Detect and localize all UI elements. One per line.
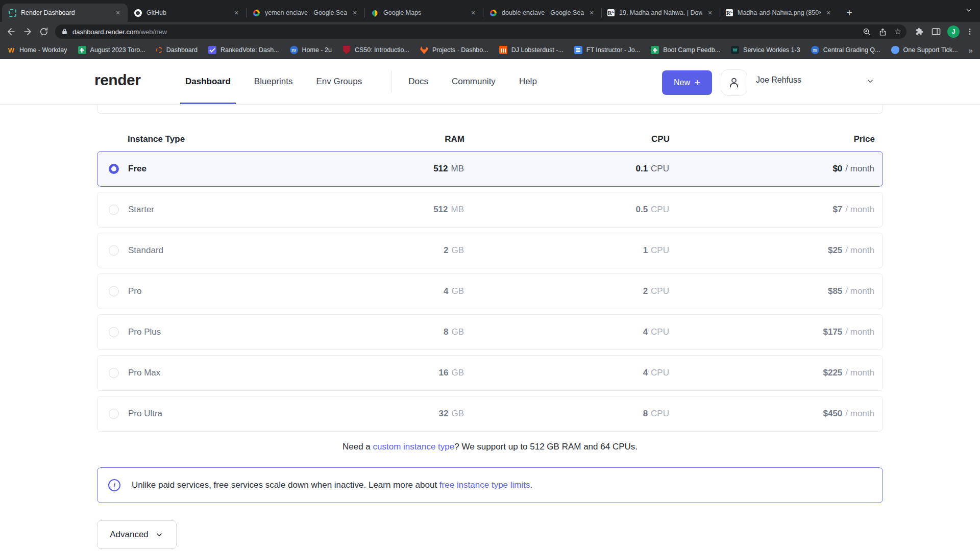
tab-render-dashboard[interactable]: Render Dashboard ×: [2, 4, 128, 22]
new-tab-button[interactable]: +: [842, 6, 856, 20]
price-cell: $175/ month: [823, 315, 874, 349]
instance-row-free[interactable]: Free 512MB 0.1CPU $0/ month: [97, 151, 883, 187]
user-avatar[interactable]: [721, 69, 747, 96]
nav-dashboard[interactable]: Dashboard: [180, 59, 236, 104]
tab-close-icon[interactable]: ×: [232, 8, 241, 17]
user-menu-chevron-icon[interactable]: [866, 77, 875, 86]
share-icon[interactable]: [878, 28, 887, 36]
bookmark-rankedvote[interactable]: RankedVote: Dash...: [208, 46, 279, 54]
tab-close-icon[interactable]: ×: [587, 8, 596, 17]
instance-row-starter[interactable]: Starter 512MB 0.5CPU $7/ month: [97, 192, 883, 228]
nav-blueprints[interactable]: Blueprints: [249, 59, 298, 104]
tab-yemen-enclave-search[interactable]: yemen enclave - Google Searc ×: [246, 4, 364, 22]
tab-google-maps[interactable]: Google Maps ×: [364, 4, 483, 22]
bookmark-service-workies[interactable]: WService Workies 1-3: [731, 46, 800, 54]
tab-close-icon[interactable]: ×: [824, 8, 833, 17]
bookmarks-overflow-chevron[interactable]: »: [969, 46, 973, 55]
bookmark-label: August 2023 Toro...: [90, 46, 145, 54]
custom-instance-type-link[interactable]: custom instance type: [373, 442, 455, 452]
price-cell: $225/ month: [823, 356, 874, 390]
bookmark-dj-lobsterdust[interactable]: DJ Lobsterdust -...: [499, 46, 564, 54]
instance-row-standard[interactable]: Standard 2GB 1CPU $25/ month: [97, 233, 883, 268]
tab-list-chevron-icon[interactable]: [965, 6, 973, 14]
url-path: /web/new: [139, 28, 167, 36]
nav-community[interactable]: Community: [447, 59, 501, 104]
tab-double-enclave-search[interactable]: double enclave - Google Searc ×: [483, 4, 601, 22]
info-icon: i: [108, 479, 120, 491]
reload-icon[interactable]: [39, 27, 49, 37]
new-button[interactable]: New +: [662, 70, 712, 95]
tab-close-icon[interactable]: ×: [113, 8, 122, 17]
tab-close-icon[interactable]: ×: [469, 8, 478, 17]
ram-cell: 4GB: [444, 274, 464, 309]
bookmark-label: Dashboard: [166, 46, 198, 54]
zoom-icon[interactable]: [863, 28, 871, 36]
main-nav: Dashboard Blueprints Env Groups Docs Com…: [180, 59, 555, 104]
tab-github[interactable]: GitHub ×: [128, 4, 246, 22]
tab-madha-and-nahwa-png[interactable]: RG Madha-and-Nahwa.png (850× ×: [720, 4, 838, 22]
price-cell: $25/ month: [828, 233, 874, 268]
free-instance-limits-link[interactable]: free instance type limits: [439, 480, 530, 490]
bookmark-august-2023[interactable]: August 2023 Toro...: [78, 46, 145, 54]
bookmark-ft-instructor[interactable]: FT Instructor - Jo...: [574, 46, 640, 54]
bookmark-boot-camp-feedback[interactable]: Boot Camp Feedb...: [651, 46, 720, 54]
browser-window: Render Dashboard × GitHub × yemen enclav…: [0, 0, 980, 551]
instance-row-pro-plus[interactable]: Pro Plus 8GB 4CPU $175/ month: [97, 314, 883, 350]
bookmark-central-grading[interactable]: 2UCentral Grading Q...: [811, 46, 880, 54]
forward-icon[interactable]: [22, 27, 33, 37]
soundcloud-icon: [499, 46, 507, 54]
cpu-cell: 2CPU: [643, 274, 669, 309]
tab-separator: [601, 8, 602, 17]
instance-row-pro-max[interactable]: Pro Max 16GB 4CPU $225/ month: [97, 355, 883, 391]
checkmark-icon: [208, 46, 216, 54]
radio-unselected[interactable]: [109, 368, 119, 378]
bookmark-star-icon[interactable]: ☆: [894, 28, 901, 36]
2u-icon: 2U: [811, 46, 819, 54]
bookmark-home-workday[interactable]: WHome - Workday: [7, 46, 67, 54]
radio-unselected[interactable]: [109, 286, 119, 296]
render-logo[interactable]: render: [94, 71, 140, 89]
back-icon[interactable]: [6, 27, 16, 37]
scrolled-card-bottom: [97, 105, 883, 114]
spreadsheet-icon: [78, 46, 86, 54]
extensions-puzzle-icon[interactable]: [915, 27, 925, 37]
nav-docs[interactable]: Docs: [403, 59, 433, 104]
radio-unselected[interactable]: [109, 327, 119, 337]
radio-unselected[interactable]: [109, 245, 119, 256]
side-panel-icon[interactable]: [931, 27, 941, 37]
nav-env-groups[interactable]: Env Groups: [311, 59, 367, 104]
cpu-cell: 0.1CPU: [635, 152, 669, 186]
instance-row-pro-ultra[interactable]: Pro Ultra 32GB 8CPU $450/ month: [97, 396, 883, 432]
address-bar[interactable]: dashboard.render.com/web/new ☆: [55, 24, 906, 39]
bookmark-label: RankedVote: Dash...: [220, 46, 279, 54]
tab-madha-and-nahwa-doc[interactable]: RG 19. Madha and Nahwa. | Down ×: [601, 4, 720, 22]
nav-help[interactable]: Help: [514, 59, 542, 104]
advanced-button[interactable]: Advanced: [97, 520, 177, 549]
bookmark-home-2u[interactable]: 2UHome - 2u: [290, 46, 332, 54]
radio-selected[interactable]: [109, 164, 119, 174]
profile-avatar[interactable]: J: [947, 26, 960, 38]
bookmark-label: Home - Workday: [19, 46, 67, 54]
bookmark-dashboard[interactable]: Dashboard: [156, 46, 198, 54]
tab-close-icon[interactable]: ×: [705, 8, 715, 17]
document-icon: [574, 46, 582, 54]
tab-title: GitHub: [146, 9, 229, 16]
render-favicon-icon: [8, 9, 16, 17]
new-button-label: New: [674, 78, 690, 87]
instance-row-pro[interactable]: Pro 4GB 2CPU $85/ month: [97, 273, 883, 309]
bookmark-cs50[interactable]: CS50: Introductio...: [342, 46, 409, 54]
tab-close-icon[interactable]: ×: [350, 8, 359, 17]
ram-cell: 512MB: [433, 152, 464, 186]
browser-menu-icon[interactable]: [966, 28, 974, 36]
tab-title: 19. Madha and Nahwa. | Down: [619, 9, 702, 16]
workies-icon: W: [731, 46, 739, 54]
radio-unselected[interactable]: [109, 409, 119, 419]
bookmark-label: DJ Lobsterdust -...: [511, 46, 564, 54]
r-document-favicon-icon: RG: [726, 9, 733, 16]
bookmark-gitlab-projects[interactable]: Projects · Dashbo...: [420, 46, 488, 54]
bookmark-one-support[interactable]: One Support Tick...: [891, 46, 958, 54]
bookmark-label: Central Grading Q...: [823, 46, 880, 54]
cpu-cell: 4CPU: [643, 356, 669, 390]
radio-unselected[interactable]: [109, 205, 119, 215]
cpu-cell: 0.5CPU: [635, 192, 669, 227]
